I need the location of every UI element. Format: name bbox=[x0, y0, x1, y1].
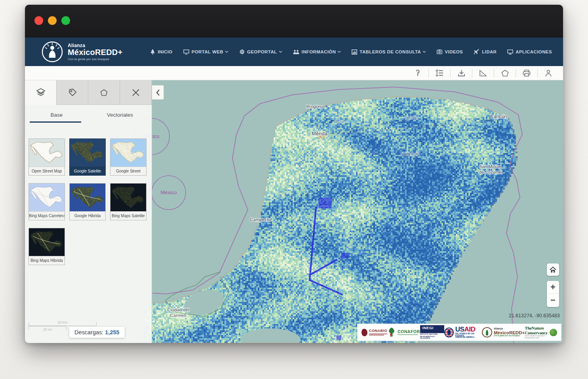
nav-inicio[interactable]: INICIO bbox=[150, 49, 173, 55]
globe-icon bbox=[239, 49, 245, 55]
close-icon bbox=[131, 88, 140, 97]
measure-icon bbox=[479, 70, 487, 76]
usaid-seal-icon bbox=[444, 328, 454, 337]
sidebar-tab-polygon[interactable] bbox=[88, 80, 120, 105]
people-icon bbox=[293, 49, 299, 55]
measure-button[interactable] bbox=[476, 67, 491, 79]
nav-portal-web[interactable]: PORTAL WEB bbox=[183, 49, 228, 55]
zoom-in-button[interactable]: + bbox=[547, 281, 559, 294]
downloads-value: 1,255 bbox=[105, 329, 119, 335]
nav-tableros-de-consulta[interactable]: TABLEROS DE CONSULTA bbox=[352, 49, 426, 55]
minus-icon: − bbox=[550, 295, 556, 305]
basemap-label: Bing Maps Hibrida bbox=[29, 256, 65, 265]
download-button[interactable] bbox=[454, 67, 469, 79]
map-area: Base Vectoriales Open Street MapGoogle S… bbox=[25, 80, 563, 343]
nav-label: VIDEOS bbox=[445, 49, 463, 54]
basemap-thumbnail bbox=[110, 139, 146, 167]
close-window-button[interactable] bbox=[34, 16, 43, 25]
polygon-button[interactable] bbox=[497, 67, 512, 79]
polygon-icon bbox=[501, 70, 509, 77]
alianza-emblem-icon bbox=[42, 41, 63, 63]
nav-label: PORTAL WEB bbox=[192, 49, 223, 54]
nav-informaci-n[interactable]: INFORMACIÓN bbox=[293, 49, 341, 55]
basemap-thumbnail bbox=[29, 139, 65, 167]
user-button[interactable] bbox=[541, 67, 556, 79]
nav-label: TABLEROS DE CONSULTA bbox=[360, 49, 421, 54]
chevron-left-icon bbox=[155, 89, 161, 96]
zoom-out-button[interactable]: − bbox=[547, 294, 559, 307]
tab-base[interactable]: Base bbox=[25, 112, 88, 123]
tree-icon bbox=[150, 49, 155, 55]
conafor-tree-icon bbox=[387, 327, 396, 337]
logo-conabio: CONABIO bbox=[362, 329, 387, 336]
app-window: Alianza MéxicoREDD+ Con la gente por sus… bbox=[25, 5, 563, 343]
minimize-window-button[interactable] bbox=[48, 16, 57, 25]
sidebar-collapse-button[interactable] bbox=[152, 85, 164, 100]
brand-logo[interactable]: Alianza MéxicoREDD+ Con la gente por sus… bbox=[42, 41, 122, 63]
basemap-gsat[interactable]: Google Satelite bbox=[69, 138, 106, 176]
basemap-thumbnail bbox=[29, 184, 65, 211]
chevron-down-icon bbox=[337, 51, 341, 53]
polygon-icon bbox=[100, 89, 108, 96]
map-toolbar: ? bbox=[25, 66, 563, 80]
home-icon bbox=[550, 267, 556, 273]
nav-label: LIDAR bbox=[482, 49, 497, 54]
conabio-mark-icon bbox=[362, 329, 367, 336]
sidebar-tabstrip bbox=[25, 80, 152, 105]
basemap-label: Google Satelite bbox=[70, 167, 105, 175]
user-icon bbox=[545, 70, 552, 77]
brand-tagline: Con la gente por sus bosques bbox=[68, 57, 122, 61]
chart-icon bbox=[352, 49, 357, 55]
basemap-ghyb[interactable]: Google Hibrida bbox=[69, 183, 106, 220]
logo-amredd: AlianzaMéxicoREDD+Con la gente por sus b… bbox=[482, 327, 525, 337]
svg-text:?: ? bbox=[416, 69, 420, 77]
nav-label: INICIO bbox=[158, 49, 173, 54]
nav-label: APLICACIONES bbox=[516, 49, 552, 54]
legend-list-button[interactable] bbox=[432, 67, 447, 79]
chevron-down-icon bbox=[225, 51, 228, 53]
basemap-bingsat[interactable]: Bing Maps Satelite bbox=[110, 183, 147, 220]
sidebar-tab-layers[interactable] bbox=[25, 80, 57, 105]
toolbar-separator bbox=[537, 69, 538, 78]
camera-icon bbox=[437, 49, 442, 54]
logo-conafor: CONAFOR bbox=[387, 327, 420, 337]
basemap-label: Bing Maps Satelite bbox=[110, 211, 146, 220]
help-button[interactable]: ? bbox=[410, 67, 425, 79]
print-button[interactable] bbox=[519, 67, 534, 79]
basemap-label: Bing Maps Carreteras bbox=[29, 211, 65, 220]
home-extent-button[interactable] bbox=[547, 263, 559, 276]
nav-aplicaciones[interactable]: APLICACIONES bbox=[507, 49, 552, 55]
zoom-window-button[interactable] bbox=[61, 16, 70, 25]
legend-list-icon bbox=[436, 70, 443, 76]
downloads-label: Descargas: bbox=[74, 329, 103, 335]
help-icon: ? bbox=[415, 69, 421, 77]
tab-base-label: Base bbox=[51, 112, 63, 118]
basemap-thumbnail bbox=[70, 184, 105, 211]
desktop-icon bbox=[507, 49, 513, 55]
logo-inegi: INEGIINSTITUTO NACIONALDE ESTADÍSTICA Y … bbox=[420, 325, 444, 339]
basemap-osm[interactable]: Open Street Map bbox=[29, 138, 65, 176]
brand-line1: Alianza bbox=[68, 43, 122, 48]
sidebar-tab-close[interactable] bbox=[120, 80, 152, 105]
nav-geoportal[interactable]: GEOPORTAL bbox=[239, 49, 282, 55]
monitor-icon bbox=[183, 49, 189, 55]
toolbar-separator bbox=[516, 69, 516, 78]
logo-tnc: TheNatureConservancyConservando la natur… bbox=[525, 326, 557, 339]
tab-vectoriales[interactable]: Vectoriales bbox=[88, 112, 152, 123]
basemap-gstreet[interactable]: Google Street bbox=[110, 138, 147, 176]
nav-videos[interactable]: VIDEOS bbox=[437, 49, 463, 54]
brand-line2: MéxicoREDD+ bbox=[68, 48, 122, 57]
basemap-bingroad[interactable]: Bing Maps Carreteras bbox=[29, 183, 65, 220]
basemap-binghyb[interactable]: Bing Maps Hibrida bbox=[29, 228, 65, 265]
nav-lidar[interactable]: LIDAR bbox=[474, 49, 497, 55]
nav-menu: INICIOPORTAL WEBGEOPORTALINFORMACIÓNTABL… bbox=[150, 49, 552, 55]
amredd-seal-icon bbox=[482, 327, 492, 337]
logo-usaid: USAIDDEL PUEBLO DE LOS ESTADOSUNIDOS DE … bbox=[444, 326, 482, 339]
cursor-coordinates: 21.613274, -90.635483 bbox=[509, 313, 560, 318]
toolbar-separator bbox=[472, 69, 472, 78]
downloads-counter: Descargas:1,255 bbox=[69, 327, 125, 338]
toolbar-separator bbox=[494, 69, 494, 78]
sidebar-tab-tag[interactable] bbox=[57, 80, 88, 105]
print-icon bbox=[523, 70, 531, 77]
nav-label: INFORMACIÓN bbox=[302, 49, 336, 54]
